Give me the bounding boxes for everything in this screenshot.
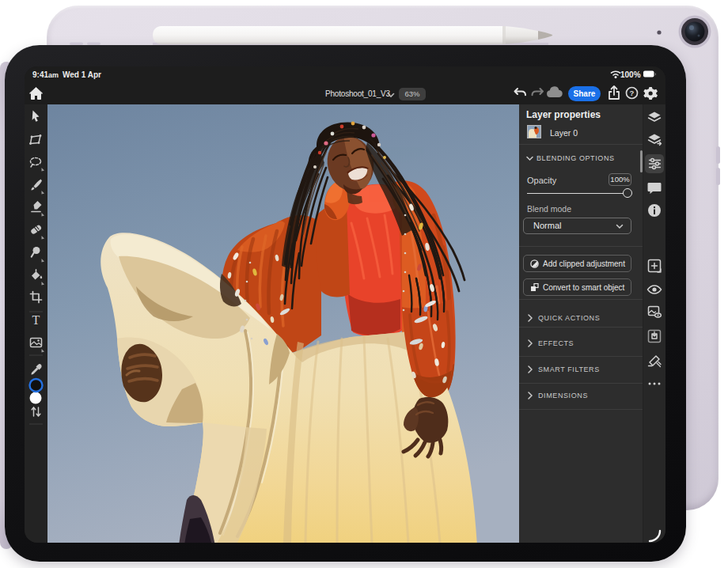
svg-text:T: T [32, 313, 40, 327]
svg-text:?: ? [630, 89, 635, 97]
